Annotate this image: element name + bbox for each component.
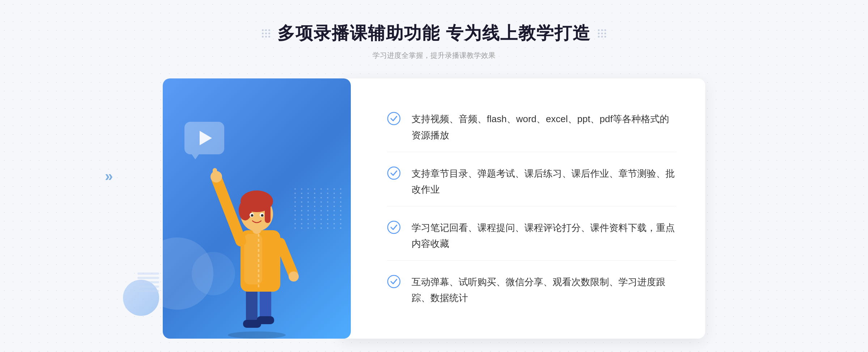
feature-item-4: 互动弹幕、试听购买、微信分享、观看次数限制、学习进度跟踪、数据统计 bbox=[387, 265, 676, 314]
svg-point-22 bbox=[388, 112, 400, 125]
feature-item-3: 学习笔记回看、课程提问、课程评论打分、课件资料下载，重点内容收藏 bbox=[387, 211, 676, 261]
content-area: // generate 80 dots for(let i=0; i<80; i… bbox=[163, 78, 705, 339]
left-dots-decoration bbox=[262, 29, 270, 38]
check-icon-4 bbox=[387, 275, 401, 288]
feature-item-2: 支持章节目录、弹题考试、课后练习、课后作业、章节测验、批改作业 bbox=[387, 157, 676, 206]
svg-point-20 bbox=[261, 214, 264, 217]
right-dots-decoration bbox=[598, 29, 606, 38]
svg-point-19 bbox=[251, 214, 254, 217]
svg-point-25 bbox=[388, 275, 400, 288]
feature-text-3: 学习笔记回看、课程提问、课程评论打分、课件资料下载，重点内容收藏 bbox=[412, 220, 676, 252]
features-card: 支持视频、音频、flash、word、excel、ppt、pdf等各种格式的资源… bbox=[340, 78, 705, 339]
header-section: 多项录播课辅助功能 专为线上教学打造 学习进度全掌握，提升录播课教学效果 bbox=[0, 0, 868, 60]
play-bubble bbox=[184, 122, 224, 154]
illustration-card: // generate 80 dots for(let i=0; i<80; i… bbox=[163, 78, 351, 339]
feature-text-2: 支持章节目录、弹题考试、课后练习、课后作业、章节测验、批改作业 bbox=[412, 166, 676, 197]
check-icon-1 bbox=[387, 112, 401, 125]
svg-rect-9 bbox=[213, 168, 217, 179]
svg-point-11 bbox=[289, 271, 299, 282]
svg-line-10 bbox=[280, 243, 293, 274]
feature-item-1: 支持视频、音频、flash、word、excel、ppt、pdf等各种格式的资源… bbox=[387, 102, 676, 152]
svg-point-24 bbox=[388, 221, 400, 233]
feature-text-4: 互动弹幕、试听购买、微信分享、观看次数限制、学习进度跟踪、数据统计 bbox=[412, 274, 676, 306]
main-title: 多项录播课辅助功能 专为线上教学打造 bbox=[277, 22, 590, 45]
title-row: 多项录播课辅助功能 专为线上教学打造 bbox=[262, 22, 606, 45]
check-icon-3 bbox=[387, 220, 401, 234]
play-triangle-icon bbox=[200, 131, 212, 145]
svg-point-0 bbox=[228, 331, 286, 339]
character-illustration bbox=[206, 151, 307, 339]
svg-line-7 bbox=[217, 180, 241, 241]
left-chevron-decoration: » bbox=[105, 168, 113, 184]
feature-text-1: 支持视频、音频、flash、word、excel、ppt、pdf等各种格式的资源… bbox=[412, 111, 676, 143]
svg-rect-6 bbox=[244, 234, 262, 284]
subtitle: 学习进度全掌握，提升录播课教学效果 bbox=[373, 51, 495, 60]
left-stripes-decoration bbox=[137, 272, 159, 294]
svg-point-15 bbox=[239, 200, 252, 220]
svg-rect-4 bbox=[257, 316, 274, 324]
svg-rect-16 bbox=[265, 205, 271, 223]
svg-point-23 bbox=[388, 167, 400, 179]
page-wrapper: 多项录播课辅助功能 专为线上教学打造 学习进度全掌握，提升录播课教学效果 » bbox=[0, 0, 868, 352]
check-icon-2 bbox=[387, 166, 401, 180]
